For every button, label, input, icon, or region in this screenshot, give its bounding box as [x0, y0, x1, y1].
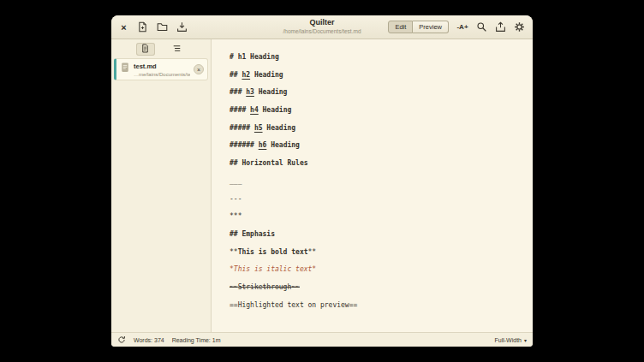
editor-segment: ==Highlighted text on preview==: [230, 301, 357, 309]
editor-segment: ##: [230, 71, 242, 79]
window-body: test.md …me/lains/Documents/test.md × # …: [111, 39, 533, 332]
editor-pane[interactable]: # h1 Heading## h2 Heading### h3 Heading#…: [212, 39, 533, 332]
settings-button[interactable]: [511, 20, 527, 35]
headerbar-title-group: Quilter /home/lains/Documents/test.md: [283, 19, 361, 35]
open-file-icon: [157, 21, 168, 33]
editor-segment: ## Horizontal Rules: [230, 159, 308, 167]
outline-icon: [172, 41, 182, 56]
file-name: test.md: [134, 62, 190, 70]
word-count: Words: 374: [134, 337, 164, 343]
editor-segment: Strikethrough: [238, 283, 292, 291]
editor-line[interactable]: ~~Strikethrough~~: [230, 279, 533, 297]
width-mode-button[interactable]: Full-Width ▾: [494, 337, 527, 343]
headerbar-left-group: ×: [117, 20, 189, 35]
editor-segment: # h1 Heading: [230, 53, 279, 61]
editor-line[interactable]: ##### h5 Heading: [230, 120, 533, 138]
refresh-button[interactable]: [117, 335, 126, 345]
sidebar-view-switcher: [111, 39, 211, 56]
editor-line[interactable]: # h1 Heading: [230, 49, 533, 67]
editor-segment: Heading: [259, 106, 292, 114]
editor-line[interactable]: ## Emphasis: [230, 226, 533, 244]
file-path: …me/lains/Documents/test.md: [134, 72, 190, 77]
editor-line[interactable]: ## Horizontal Rules: [230, 155, 533, 173]
editor-segment: Heading: [254, 88, 288, 96]
edit-mode-button[interactable]: Edit: [388, 21, 413, 34]
headerbar: ×: [111, 15, 533, 39]
chevron-down-icon: ▾: [524, 337, 527, 343]
editor-line[interactable]: *This is italic text*: [230, 261, 533, 279]
open-file-button[interactable]: [154, 20, 170, 35]
file-texts: test.md …me/lains/Documents/test.md: [134, 62, 190, 77]
editor-segment: **: [230, 248, 238, 256]
editor-line[interactable]: #### h4 Heading: [230, 102, 533, 120]
document-icon: [140, 41, 150, 56]
editor-segment: h3: [246, 88, 254, 96]
editor-line[interactable]: ## h2 Heading: [230, 67, 533, 85]
editor-segment: ___: [230, 177, 242, 185]
headerbar-right-group: Edit Preview -A+: [388, 20, 527, 35]
file-list-item[interactable]: test.md …me/lains/Documents/test.md ×: [114, 58, 208, 80]
editor-line[interactable]: **This is bold text**: [230, 244, 533, 262]
editor-segment: Heading: [250, 71, 283, 79]
editor-segment: ~~: [230, 283, 238, 291]
files-tab[interactable]: [136, 43, 155, 56]
editor-segment: **: [308, 248, 317, 256]
font-size-icon: -A+: [456, 23, 468, 31]
preview-mode-button[interactable]: Preview: [413, 21, 449, 34]
editor-segment: ## Emphasis: [230, 230, 275, 238]
refresh-icon: [117, 335, 126, 345]
search-button[interactable]: [474, 20, 489, 35]
editor-line[interactable]: ---: [230, 191, 533, 209]
save-file-button[interactable]: [174, 20, 189, 35]
editor-segment: This is bold text: [238, 248, 308, 256]
editor-line[interactable]: ==Highlighted text on preview==: [230, 297, 533, 315]
reading-time: Reading Time: 1m: [172, 337, 221, 343]
window-subtitle: /home/lains/Documents/test.md: [283, 29, 361, 35]
sidebar: test.md …me/lains/Documents/test.md ×: [111, 39, 212, 332]
quilter-window: ×: [111, 15, 533, 347]
editor-segment: *This is italic text*: [230, 265, 316, 273]
editor-segment: h2: [242, 71, 250, 79]
mode-switcher: Edit Preview: [388, 21, 449, 34]
editor-segment: Heading: [263, 124, 296, 132]
editor-segment: #####: [230, 124, 254, 132]
statusbar: Words: 374 Reading Time: 1m Full-Width ▾: [111, 332, 533, 347]
export-icon: [495, 21, 506, 33]
outline-tab[interactable]: [168, 43, 187, 56]
width-mode-label: Full-Width: [494, 337, 522, 343]
search-icon: [476, 21, 487, 33]
gear-icon: [514, 21, 525, 33]
export-button[interactable]: [492, 20, 508, 35]
editor-segment: h5: [254, 124, 263, 132]
markdown-file-icon: [120, 62, 130, 77]
editor-line[interactable]: ___: [230, 173, 533, 191]
save-file-icon: [176, 21, 188, 33]
new-file-icon: [137, 21, 148, 33]
editor-line[interactable]: ### h3 Heading: [230, 84, 533, 102]
editor-segment: ---: [230, 195, 242, 203]
editor-segment: ~~: [291, 283, 300, 291]
editor-segment: ###: [230, 88, 246, 96]
editor-segment: Heading: [266, 141, 300, 149]
editor-segment: ######: [230, 141, 259, 149]
editor-segment: h4: [250, 106, 259, 114]
editor-segment: ***: [230, 212, 242, 220]
window-close-button[interactable]: ×: [117, 21, 130, 34]
window-title: Quilter: [283, 19, 361, 27]
editor-line[interactable]: ***: [230, 208, 533, 226]
font-size-button[interactable]: -A+: [455, 20, 470, 35]
file-close-button[interactable]: ×: [194, 64, 204, 74]
new-file-button[interactable]: [134, 20, 150, 35]
editor-segment: ####: [230, 106, 250, 114]
editor-line[interactable]: ###### h6 Heading: [230, 137, 533, 155]
editor-segment: h6: [259, 141, 267, 149]
statusbar-left-group: Words: 374 Reading Time: 1m: [117, 335, 220, 345]
